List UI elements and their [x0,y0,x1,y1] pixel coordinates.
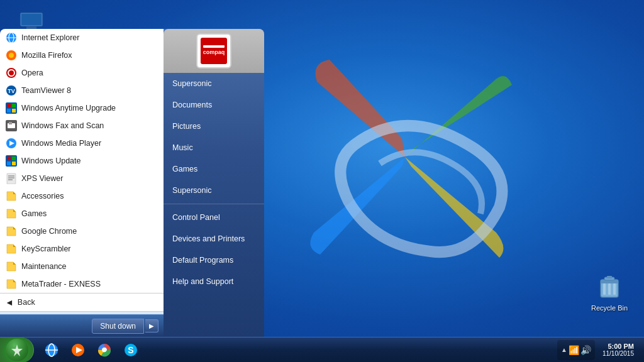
program-item-teamviewer[interactable]: TV TeamViewer 8 [0,82,164,99]
programs-list[interactable]: Internet Explorer Mozilla Firefox Opera … [0,29,164,293]
program-item-accessories[interactable]: Accessories [0,187,164,205]
prog-icon-update [5,155,18,167]
svg-text:S: S [128,345,133,355]
system-tray: ▲ 📶 🔊 [557,340,595,360]
start-left-panel: Internet Explorer Mozilla Firefox Opera … [0,29,164,337]
right-menu-supersonic2[interactable]: Supersonic [164,180,264,201]
start-menu: compaq SupersonicDocumentsPicturesMusicG… [0,29,264,337]
taskbar-right: ▲ 📶 🔊 5:00 PM 11/10/2015 [557,340,644,360]
program-item-keyscrambler[interactable]: KeyScrambler [0,240,164,258]
svg-rect-38 [12,156,16,160]
program-item-metatrader[interactable]: MetaTrader - EXNESS [0,275,164,293]
right-menu-supersonic[interactable]: Supersonic [164,73,264,94]
prog-icon-ie [5,31,18,44]
right-menu-devices-printers[interactable]: Devices and Printers [164,228,264,250]
prog-label-mediaplayer: Windows Media Player [21,139,158,148]
tray-network-icon: 📶 [569,345,579,355]
tray-volume-icon[interactable]: 🔊 [580,345,591,355]
prog-icon-teamviewer: TV [5,84,18,97]
svg-rect-28 [12,104,16,107]
shutdown-bar: Shut down ▶ [0,314,164,337]
prog-icon-mediaplayer [5,137,18,150]
svg-rect-33 [9,122,12,124]
prog-label-xps: XPS Viewer [21,174,158,183]
tray-expand-icon[interactable]: ▲ [561,346,567,353]
prog-label-firefox: Mozilla Firefox [21,51,158,60]
clock-time: 5:00 PM [602,343,634,350]
clock-date: 11/10/2015 [602,350,634,357]
prog-label-chrome: Google Chrome [21,227,158,236]
program-item-anytime[interactable]: Windows Anytime Upgrade [0,99,164,117]
svg-rect-29 [7,109,11,112]
prog-label-opera: Opera [21,69,158,77]
right-menu-pictures[interactable]: Pictures [164,116,264,137]
taskbar: S ▲ 📶 🔊 5:00 PM 11/10/2015 [0,337,644,362]
right-menu-list: SupersonicDocumentsPicturesMusicGamesSup… [164,73,264,292]
prog-label-games: Games [21,209,158,218]
prog-label-teamviewer: TeamViewer 8 [21,86,158,95]
start-button[interactable] [0,337,34,363]
program-item-mediaplayer[interactable]: Windows Media Player [0,134,164,152]
prog-icon-metatrader [5,278,18,290]
recycle-bin[interactable]: Recycle Bin [587,273,631,312]
compaq-logo: compaq [164,29,264,73]
prog-label-keyscrambler: KeyScrambler [21,244,158,253]
recycle-bin-icon [598,273,621,304]
prog-icon-anytime [5,102,18,114]
prog-label-anytime: Windows Anytime Upgrade [21,104,158,112]
shutdown-button[interactable]: Shut down [92,319,144,334]
taskbar-media[interactable] [65,339,91,361]
program-item-firefox[interactable]: Mozilla Firefox [0,47,164,64]
svg-rect-1 [21,14,42,25]
svg-point-21 [9,53,14,58]
desktop: My Computer S Skype Recyc [0,0,644,362]
svg-rect-9 [608,283,611,295]
prog-label-update: Windows Update [21,156,158,165]
svg-rect-16 [203,45,225,48]
program-item-xps[interactable]: XPS Viewer [0,170,164,187]
program-item-chrome[interactable]: Google Chrome [0,222,164,240]
program-item-maintenance[interactable]: Maintenance [0,258,164,275]
svg-rect-39 [7,162,11,165]
taskbar-skype[interactable]: S [118,339,143,361]
program-item-update[interactable]: Windows Update [0,152,164,170]
prog-label-maintenance: Maintenance [21,262,158,271]
svg-rect-8 [603,283,606,295]
prog-icon-maintenance [5,260,18,273]
prog-icon-keyscrambler [5,243,18,255]
back-button[interactable]: ◄ Back [0,293,164,311]
prog-label-fax: Windows Fax and Scan [21,121,158,130]
program-item-games[interactable]: Games [0,205,164,222]
prog-icon-firefox [5,49,18,62]
taskbar-apps: S [36,339,557,361]
prog-icon-xps [5,172,18,185]
taskbar-chrome[interactable] [92,339,117,361]
right-menu-documents[interactable]: Documents [164,94,264,116]
prog-label-metatrader: MetaTrader - EXNESS [21,280,158,288]
program-item-ie[interactable]: Internet Explorer [0,29,164,47]
program-item-fax[interactable]: Windows Fax and Scan [0,117,164,134]
shutdown-arrow-button[interactable]: ▶ [145,319,158,332]
taskbar-ie[interactable] [39,339,64,361]
prog-icon-accessories [5,190,18,202]
prog-label-ie: Internet Explorer [21,33,158,42]
prog-icon-chrome [5,225,18,238]
prog-label-accessories: Accessories [21,192,158,200]
windows-flag-bg [279,31,531,283]
compaq-badge: compaq [196,33,231,69]
right-menu-music[interactable]: Music [164,137,264,158]
right-menu-games[interactable]: Games [164,158,264,180]
svg-text:compaq: compaq [203,49,225,55]
svg-rect-27 [7,104,11,107]
svg-rect-12 [607,276,612,278]
recycle-bin-label: Recycle Bin [591,304,628,312]
system-clock[interactable]: 5:00 PM 11/10/2015 [597,343,639,357]
start-orb [6,339,28,361]
right-menu-control-panel[interactable]: Control Panel [164,207,264,228]
right-menu-default-programs[interactable]: Default Programs [164,250,264,271]
right-menu-help-support[interactable]: Help and Support [164,271,264,292]
svg-text:TV: TV [8,88,15,94]
program-item-opera[interactable]: Opera [0,64,164,82]
svg-point-72 [103,348,106,352]
back-arrow-icon: ◄ [5,297,14,307]
